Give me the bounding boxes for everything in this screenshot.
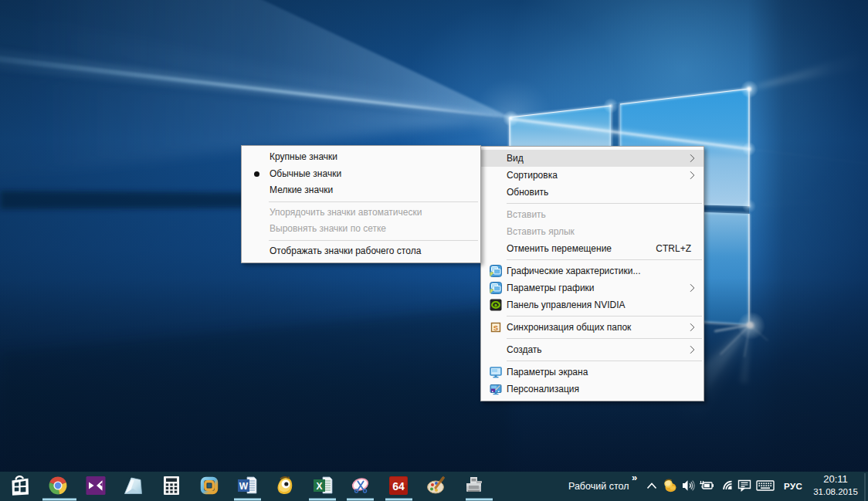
svg-text:S: S bbox=[493, 323, 498, 332]
svg-text:»: » bbox=[632, 472, 637, 483]
svg-text:31.08.2015: 31.08.2015 bbox=[813, 487, 858, 496]
svg-text:20:11: 20:11 bbox=[823, 473, 848, 485]
svg-text:X: X bbox=[316, 481, 322, 492]
svg-text:W: W bbox=[239, 481, 249, 492]
svg-text:РУС: РУС bbox=[784, 482, 802, 491]
svg-text:Рабочий стол: Рабочий стол bbox=[568, 481, 629, 492]
svg-text:64: 64 bbox=[392, 480, 405, 493]
